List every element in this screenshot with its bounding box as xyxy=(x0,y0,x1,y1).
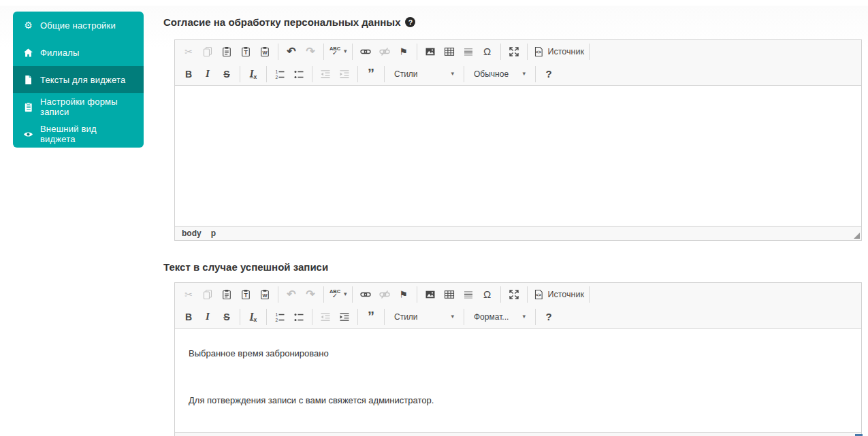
toolbar-separator xyxy=(312,309,312,325)
format-combo[interactable]: Обычное▾ xyxy=(469,65,530,82)
sidebar-item-general-settings[interactable]: ⚙ Общие настройки xyxy=(13,12,144,39)
resize-handle-icon[interactable] xyxy=(854,233,860,239)
italic-button[interactable]: I xyxy=(198,308,217,325)
styles-combo[interactable]: Стили▾ xyxy=(389,65,459,82)
paste-text-button[interactable]: T xyxy=(236,43,255,60)
horizontal-rule-icon xyxy=(462,46,475,58)
bold-button[interactable]: B xyxy=(179,65,198,82)
table-button[interactable] xyxy=(440,43,459,60)
bullet-list-icon xyxy=(293,68,305,80)
link-button[interactable] xyxy=(356,286,375,303)
toolbar-separator xyxy=(352,44,353,60)
combo-label: Стили xyxy=(394,69,418,79)
strikethrough-icon: S xyxy=(221,68,233,80)
anchor-button[interactable]: ⚑ xyxy=(394,43,413,60)
image-button[interactable] xyxy=(421,43,440,60)
spellcheck-button[interactable]: ABC✓▾ xyxy=(327,43,349,60)
toolbar-separator xyxy=(384,66,385,82)
help-icon: ? xyxy=(543,311,555,323)
numbered-list-button[interactable]: 12 xyxy=(270,308,289,325)
toolbar-separator xyxy=(266,66,267,82)
source-button[interactable]: <>Источник xyxy=(531,43,585,60)
chevron-down-icon: ▾ xyxy=(344,291,347,297)
indent-button[interactable] xyxy=(335,308,354,325)
blockquote-button[interactable]: ” xyxy=(361,65,381,82)
copy-button xyxy=(198,43,217,60)
sidebar-item-label: Внешний вид виджета xyxy=(40,124,134,144)
help-icon[interactable]: ? xyxy=(405,17,415,27)
toolbar-separator xyxy=(384,309,385,325)
svg-text:2: 2 xyxy=(276,317,278,322)
bullet-list-button[interactable] xyxy=(289,65,308,82)
image-button[interactable] xyxy=(421,286,440,303)
bold-button[interactable]: B xyxy=(179,308,198,325)
spellcheck-button[interactable]: ABC✓▾ xyxy=(327,286,349,303)
toolbar-separator xyxy=(357,66,358,82)
unlink-icon xyxy=(379,288,391,301)
table-icon xyxy=(443,288,455,301)
anchor-button[interactable]: ⚑ xyxy=(394,286,413,303)
link-button[interactable] xyxy=(356,43,375,60)
indent-button xyxy=(335,65,354,82)
cut-button: ✂ xyxy=(179,43,198,60)
toolbar-separator xyxy=(464,66,464,82)
maximize-button[interactable] xyxy=(504,43,524,60)
sidebar-item-booking-form[interactable]: Настройки формы записи xyxy=(13,93,144,120)
bullet-list-icon xyxy=(293,311,305,323)
document-icon xyxy=(22,74,34,86)
styles-combo[interactable]: Стили▾ xyxy=(389,308,459,325)
horizontal-rule-button[interactable] xyxy=(459,286,478,303)
source-button[interactable]: <>Источник xyxy=(531,286,585,303)
element-path-body[interactable]: body xyxy=(182,229,202,238)
paste-word-button[interactable]: W xyxy=(255,286,274,303)
special-char-button[interactable]: Ω xyxy=(478,43,497,60)
toolbar-separator xyxy=(357,309,358,325)
sidebar-item-widget-appearance[interactable]: Внешний вид виджета xyxy=(13,120,144,148)
format-combo[interactable]: Формат...▾ xyxy=(469,308,530,325)
cut-icon: ✂ xyxy=(182,46,195,58)
chevron-down-icon: ▾ xyxy=(522,314,526,320)
help-button[interactable]: ? xyxy=(539,308,558,325)
blockquote-button[interactable]: ” xyxy=(361,308,381,325)
editor-content[interactable]: Выбранное время забронировано Для потвер… xyxy=(175,329,861,432)
paste-icon xyxy=(221,288,233,301)
strikethrough-button[interactable]: S xyxy=(217,65,236,82)
paste-text-button[interactable]: T xyxy=(236,286,255,303)
chevron-down-icon: ▾ xyxy=(451,314,454,320)
redo-icon: ↷ xyxy=(304,46,317,58)
maximize-button[interactable] xyxy=(504,286,524,303)
paste-text-icon: T xyxy=(240,46,252,58)
toolbar-separator xyxy=(527,286,528,303)
italic-button[interactable]: I xyxy=(198,65,217,82)
horizontal-rule-button[interactable] xyxy=(459,43,478,60)
strikethrough-button[interactable]: S xyxy=(217,308,236,325)
paste-word-button[interactable]: W xyxy=(255,43,274,60)
sidebar-item-widget-texts[interactable]: Тексты для виджета xyxy=(13,66,144,93)
bullet-list-button[interactable] xyxy=(289,308,308,325)
chevron-down-icon: ▾ xyxy=(522,71,526,77)
clipboard-icon xyxy=(22,101,34,113)
editor-paragraph xyxy=(189,371,848,382)
outdent-icon xyxy=(319,68,332,80)
remove-format-button[interactable]: Ix xyxy=(244,308,263,325)
table-icon xyxy=(443,46,455,58)
undo-icon: ↶ xyxy=(285,46,298,58)
paste-button[interactable] xyxy=(217,286,236,303)
source-button-label: Источник xyxy=(548,47,584,56)
editor-content[interactable] xyxy=(175,86,861,226)
help-button[interactable]: ? xyxy=(539,65,558,82)
numbered-list-button[interactable]: 12 xyxy=(270,65,289,82)
special-char-button[interactable]: Ω xyxy=(478,286,497,303)
remove-format-button[interactable]: Ix xyxy=(244,65,263,82)
copy-button xyxy=(198,286,217,303)
undo-button[interactable]: ↶ xyxy=(282,43,301,60)
element-path-p[interactable]: p xyxy=(211,229,216,238)
sidebar-item-branches[interactable]: Филиалы xyxy=(13,39,144,66)
paste-icon xyxy=(221,46,233,58)
undo-button: ↶ xyxy=(282,286,301,303)
maximize-icon xyxy=(508,46,520,58)
paste-word-icon: W xyxy=(259,46,271,58)
toolbar-separator xyxy=(417,44,417,60)
paste-button[interactable] xyxy=(217,43,236,60)
table-button[interactable] xyxy=(440,286,459,303)
